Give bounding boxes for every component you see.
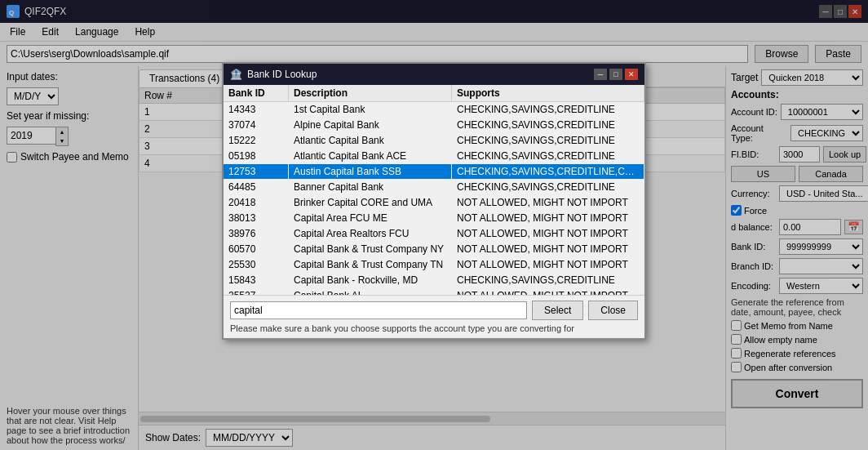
modal-cell-id: 20418 (224, 195, 289, 210)
modal-cell-desc: Capital Bank AL (289, 288, 452, 295)
modal-bank-row[interactable]: 60570 Capital Bank & Trust Company NY NO… (224, 242, 644, 257)
modal-cell-supports: CHECKING,SAVINGS,CREDITLINE (452, 180, 644, 194)
modal-bank-row[interactable]: 38013 Capital Area FCU ME NOT ALLOWED, M… (224, 211, 644, 226)
modal-bank-row[interactable]: 25530 Capital Bank & Trust Company TN NO… (224, 257, 644, 273)
bank-id-lookup-modal: 🏦 Bank ID Lookup ─ □ ✕ Bank ID Descripti… (222, 62, 646, 340)
modal-bank-row[interactable]: 05198 Atlantic Capital Bank ACE CHECKING… (224, 149, 644, 164)
modal-col-supports: Supports (452, 85, 644, 101)
modal-cell-desc: Banner Capital Bank (289, 180, 452, 194)
modal-cell-id: 60570 (224, 242, 289, 256)
modal-cell-desc: Alpine Capital Bank (289, 118, 452, 132)
modal-cell-supports: CHECKING,SAVINGS,CREDITLINE (452, 273, 644, 287)
modal-footer: Select Close Please make sure a bank you… (224, 295, 644, 338)
modal-content: Bank ID Description Supports 14343 1st C… (224, 85, 644, 295)
modal-cell-id: 05198 (224, 149, 289, 163)
modal-cell-desc: Capital Bank & Trust Company TN (289, 257, 452, 272)
modal-col-description: Description (289, 85, 452, 101)
modal-icon: 🏦 (230, 69, 242, 80)
modal-title: Bank ID Lookup (247, 69, 317, 80)
modal-cell-desc: Capital Area Realtors FCU (289, 226, 452, 241)
modal-cell-supports: NOT ALLOWED, MIGHT NOT IMPORT (452, 257, 644, 272)
modal-cell-supports: CHECKING,SAVINGS,CREDITLINE,CREDITCARD (452, 164, 644, 179)
modal-close-button[interactable]: ✕ (625, 69, 638, 80)
modal-input-row: Select Close (230, 301, 638, 320)
modal-select-button[interactable]: Select (532, 301, 583, 320)
modal-cell-desc: Brinker Capital CORE and UMA (289, 195, 452, 210)
modal-cell-supports: CHECKING,SAVINGS,CREDITLINE (452, 133, 644, 148)
modal-bank-row[interactable]: 20418 Brinker Capital CORE and UMA NOT A… (224, 195, 644, 211)
modal-cell-id: 37074 (224, 118, 289, 132)
modal-cell-desc: Capital Bank & Trust Company NY (289, 242, 452, 256)
modal-overlay: 🏦 Bank ID Lookup ─ □ ✕ Bank ID Descripti… (0, 0, 868, 450)
modal-cell-id: 15222 (224, 133, 289, 148)
modal-table-body: 14343 1st Capital Bank CHECKING,SAVINGS,… (224, 102, 644, 295)
modal-title-left: 🏦 Bank ID Lookup (230, 69, 317, 80)
modal-cell-id: 25527 (224, 288, 289, 295)
modal-bank-row[interactable]: 15222 Atlantic Capital Bank CHECKING,SAV… (224, 133, 644, 149)
modal-cell-id: 64485 (224, 180, 289, 194)
modal-title-bar: 🏦 Bank ID Lookup ─ □ ✕ (224, 64, 644, 85)
modal-cell-supports: NOT ALLOWED, MIGHT NOT IMPORT (452, 242, 644, 256)
modal-cell-supports: CHECKING,SAVINGS,CREDITLINE (452, 102, 644, 117)
modal-search-input[interactable] (230, 301, 527, 319)
modal-cell-supports: NOT ALLOWED, MIGHT NOT IMPORT (452, 211, 644, 225)
modal-cell-supports: NOT ALLOWED, MIGHT NOT IMPORT (452, 226, 644, 241)
modal-cell-id: 12753 (224, 164, 289, 179)
modal-cell-id: 15843 (224, 273, 289, 287)
modal-bank-row[interactable]: 25527 Capital Bank AL NOT ALLOWED, MIGHT… (224, 288, 644, 295)
modal-bank-row[interactable]: 14343 1st Capital Bank CHECKING,SAVINGS,… (224, 102, 644, 118)
modal-cell-desc: Atlantic Capital Bank (289, 133, 452, 148)
modal-col-bank-id: Bank ID (224, 85, 289, 101)
modal-maximize-button[interactable]: □ (609, 69, 622, 80)
modal-cell-id: 14343 (224, 102, 289, 117)
modal-controls: ─ □ ✕ (594, 69, 638, 80)
modal-bank-row[interactable]: 38976 Capital Area Realtors FCU NOT ALLO… (224, 226, 644, 242)
modal-cell-supports: NOT ALLOWED, MIGHT NOT IMPORT (452, 195, 644, 210)
modal-cell-supports: CHECKING,SAVINGS,CREDITLINE (452, 149, 644, 163)
modal-cell-desc: 1st Capital Bank (289, 102, 452, 117)
modal-hint: Please make sure a bank you choose suppo… (230, 323, 638, 333)
modal-minimize-button[interactable]: ─ (594, 69, 607, 80)
modal-cell-id: 38976 (224, 226, 289, 241)
modal-bank-row[interactable]: 15843 Capital Bank - Rockville, MD CHECK… (224, 273, 644, 288)
modal-cell-desc: Capital Area FCU ME (289, 211, 452, 225)
modal-table-header: Bank ID Description Supports (224, 85, 644, 102)
modal-cell-desc: Capital Bank - Rockville, MD (289, 273, 452, 287)
modal-cell-desc: Austin Capital Bank SSB (289, 164, 452, 179)
modal-bank-row[interactable]: 64485 Banner Capital Bank CHECKING,SAVIN… (224, 180, 644, 195)
modal-cell-id: 38013 (224, 211, 289, 225)
modal-cell-id: 25530 (224, 257, 289, 272)
modal-cell-desc: Atlantic Capital Bank ACE (289, 149, 452, 163)
modal-cell-supports: CHECKING,SAVINGS,CREDITLINE (452, 118, 644, 132)
modal-cell-supports: NOT ALLOWED, MIGHT NOT IMPORT (452, 288, 644, 295)
modal-bank-row[interactable]: 12753 Austin Capital Bank SSB CHECKING,S… (224, 164, 644, 180)
modal-close-btn[interactable]: Close (588, 301, 638, 320)
modal-bank-row[interactable]: 37074 Alpine Capital Bank CHECKING,SAVIN… (224, 118, 644, 133)
